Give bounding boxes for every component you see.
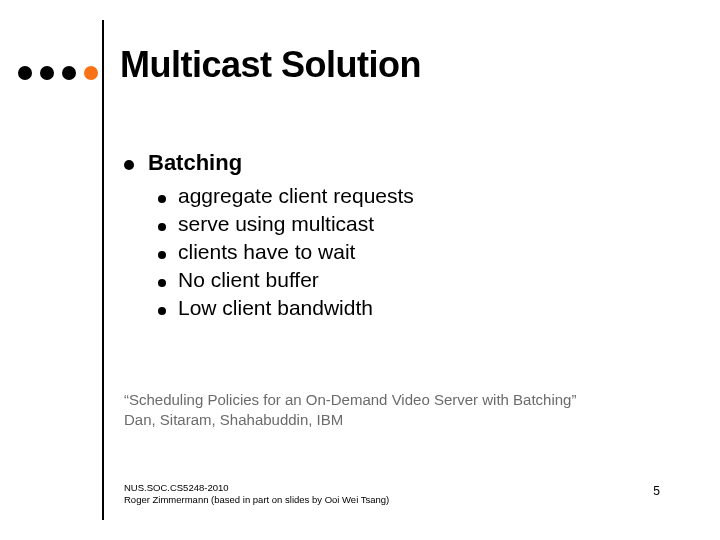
footer-author: Roger Zimmermann (based in part on slide…	[124, 494, 389, 506]
slide: Multicast Solution Batching aggregate cl…	[0, 0, 720, 540]
bullet-icon	[124, 160, 134, 170]
dot-accent-icon	[84, 66, 98, 80]
bullet-text: serve using multicast	[178, 212, 374, 236]
bullet-text: clients have to wait	[178, 240, 355, 264]
vertical-divider	[102, 20, 104, 520]
bullet-level2: aggregate client requests	[158, 184, 684, 208]
slide-title: Multicast Solution	[120, 44, 421, 86]
content-block: Batching aggregate client requests serve…	[124, 150, 684, 324]
bullet-text: Low client bandwidth	[178, 296, 373, 320]
decor-dots	[18, 66, 98, 80]
bullet-icon	[158, 279, 166, 287]
bullet-icon	[158, 251, 166, 259]
footer: NUS.SOC.CS5248-2010 Roger Zimmermann (ba…	[124, 482, 389, 506]
bullet-icon	[158, 223, 166, 231]
page-number: 5	[653, 484, 660, 498]
dot-icon	[62, 66, 76, 80]
bullet-level1: Batching	[124, 150, 684, 176]
bullet-text: No client buffer	[178, 268, 319, 292]
citation-authors: Dan, Sitaram, Shahabuddin, IBM	[124, 410, 684, 430]
bullet-level2: serve using multicast	[158, 212, 684, 236]
citation-block: “Scheduling Policies for an On-Demand Vi…	[124, 390, 684, 431]
dot-icon	[18, 66, 32, 80]
bullet-text: aggregate client requests	[178, 184, 414, 208]
bullet-text: Batching	[148, 150, 242, 176]
bullet-icon	[158, 307, 166, 315]
bullet-level2: Low client bandwidth	[158, 296, 684, 320]
footer-course: NUS.SOC.CS5248-2010	[124, 482, 389, 494]
dot-icon	[40, 66, 54, 80]
citation-title: “Scheduling Policies for an On-Demand Vi…	[124, 390, 684, 410]
bullet-level2: clients have to wait	[158, 240, 684, 264]
bullet-icon	[158, 195, 166, 203]
bullet-level2: No client buffer	[158, 268, 684, 292]
